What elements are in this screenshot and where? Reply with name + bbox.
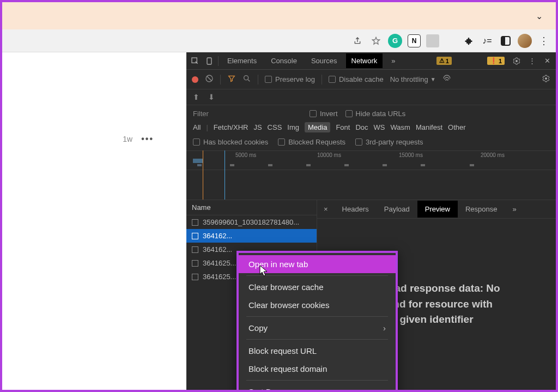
detail-tab-payload[interactable]: Payload	[377, 201, 417, 218]
third-party-checkbox[interactable]: 3rd-party requests	[355, 138, 423, 146]
record-button[interactable]	[192, 76, 198, 83]
close-detail-icon[interactable]: ×	[317, 205, 335, 213]
hide-data-urls-checkbox[interactable]: Hide data URLs	[345, 110, 406, 118]
svg-point-5	[545, 77, 547, 80]
tab-network[interactable]: Network	[346, 53, 383, 68]
error-badge[interactable]: ❗1	[487, 57, 505, 65]
filter-media[interactable]: Media	[305, 122, 330, 132]
extension-grammarly-icon[interactable]: G	[388, 34, 402, 48]
filter-all[interactable]: All	[193, 123, 201, 131]
download-icon[interactable]: ⬇	[208, 93, 215, 101]
request-row[interactable]: 359699601_1030182781480...	[186, 215, 317, 229]
filter-doc[interactable]: Doc	[355, 123, 368, 131]
settings-gear-icon[interactable]	[511, 56, 522, 67]
import-export-bar: ⬆ ⬇	[186, 89, 556, 105]
network-conditions-icon[interactable]	[442, 74, 451, 85]
extension-colorbox-icon[interactable]	[445, 35, 457, 47]
tab-elements[interactable]: Elements	[222, 53, 262, 68]
filter-fetch[interactable]: Fetch/XHR	[214, 123, 248, 131]
profile-avatar[interactable]	[518, 34, 532, 48]
svg-point-4	[244, 76, 248, 80]
extension-notion-icon[interactable]: N	[408, 34, 421, 47]
close-devtools-icon[interactable]: ✕	[542, 56, 553, 67]
extension-gray-icon[interactable]	[426, 34, 439, 47]
tab-console[interactable]: Console	[265, 53, 302, 68]
network-settings-icon[interactable]	[542, 74, 550, 85]
blocked-requests-checkbox[interactable]: Blocked Requests	[278, 138, 345, 146]
detail-tab-response[interactable]: Response	[458, 201, 505, 218]
chevron-right-icon: ›	[383, 323, 386, 333]
ctx-block-url[interactable]: Block request URL	[239, 342, 396, 360]
filter-css[interactable]: CSS	[268, 123, 282, 131]
clear-icon[interactable]	[205, 74, 214, 85]
filter-font[interactable]: Font	[336, 123, 350, 131]
detail-tabs-overflow-icon[interactable]: »	[505, 201, 524, 218]
filter-ws[interactable]: WS	[374, 123, 385, 131]
search-icon[interactable]	[242, 74, 251, 85]
filter-input[interactable]: Filter	[193, 110, 302, 118]
inspect-icon[interactable]	[190, 56, 201, 67]
ctx-copy[interactable]: Copy›	[239, 319, 396, 337]
chevron-right-icon: ›	[383, 387, 386, 392]
tab-sources[interactable]: Sources	[306, 53, 343, 68]
chevron-down-icon[interactable]: ⌄	[536, 11, 543, 21]
context-menu: Open in new tab Clear browser cache Clea…	[236, 251, 398, 392]
throttling-select[interactable]: No throttling▼	[390, 75, 436, 83]
timeline-tick: 15000 ms	[399, 152, 423, 158]
devtools-menu-icon[interactable]: ⋮	[526, 56, 537, 67]
ctx-block-domain[interactable]: Block request domain	[239, 360, 396, 378]
device-toggle-icon[interactable]	[204, 56, 215, 67]
extension-music-icon[interactable]: ♪=	[481, 34, 494, 47]
svg-rect-1	[207, 58, 211, 64]
detail-tab-headers[interactable]: Headers	[335, 201, 377, 218]
page-content-area: 1w •••	[2, 52, 186, 390]
warning-badge[interactable]: ⚠1	[436, 57, 452, 65]
sidebar-toggle-icon[interactable]	[499, 34, 512, 47]
filter-manifest[interactable]: Manifest	[416, 123, 442, 131]
network-toolbar: Preserve log Disable cache No throttling…	[186, 70, 556, 89]
request-list-header[interactable]: Name	[186, 200, 317, 215]
timeline-tick: 10000 ms	[317, 152, 341, 158]
browser-menu-icon[interactable]: ⋮	[537, 34, 550, 47]
ctx-open-new-tab[interactable]: Open in new tab	[239, 255, 396, 273]
share-icon[interactable]	[351, 34, 364, 47]
browser-toolbar: G N ♪= ⋮	[2, 29, 556, 52]
upload-icon[interactable]: ⬆	[193, 93, 199, 101]
more-options-icon[interactable]: •••	[141, 134, 154, 144]
network-timeline[interactable]: 5000 ms 10000 ms 15000 ms 20000 ms	[186, 150, 556, 170]
svg-point-2	[515, 60, 518, 62]
has-blocked-cookies-checkbox[interactable]: Has blocked cookies	[193, 138, 268, 146]
timeline-tick: 20000 ms	[481, 152, 505, 158]
tabs-overflow-icon[interactable]: »	[386, 53, 401, 68]
ctx-sort-by[interactable]: Sort By›	[239, 383, 396, 392]
extensions-icon[interactable]	[462, 34, 475, 47]
preserve-log-checkbox[interactable]: Preserve log	[265, 75, 315, 83]
ctx-clear-cache[interactable]: Clear browser cache	[239, 278, 396, 296]
filter-wasm[interactable]: Wasm	[391, 123, 410, 131]
disable-cache-checkbox[interactable]: Disable cache	[329, 75, 384, 83]
detail-tab-preview[interactable]: Preview	[417, 201, 458, 218]
filter-other[interactable]: Other	[448, 123, 466, 131]
devtools-tabbar: Elements Console Sources Network » ⚠1 ❗1…	[186, 52, 556, 70]
star-icon[interactable]	[369, 34, 383, 47]
filter-js[interactable]: JS	[253, 123, 262, 131]
filter-img[interactable]: Img	[287, 123, 299, 131]
filter-icon[interactable]	[227, 74, 236, 85]
request-row[interactable]: 364162...	[186, 229, 317, 243]
timestamp-label: 1w	[123, 135, 132, 143]
timeline-tick: 5000 ms	[235, 152, 256, 158]
type-filter-row: All | Fetch/XHR JS CSS Img Media Font Do…	[186, 120, 556, 136]
invert-checkbox[interactable]: Invert	[310, 110, 338, 118]
ctx-clear-cookies[interactable]: Clear browser cookies	[239, 296, 396, 314]
notification-bar: ⌄	[2, 2, 556, 29]
